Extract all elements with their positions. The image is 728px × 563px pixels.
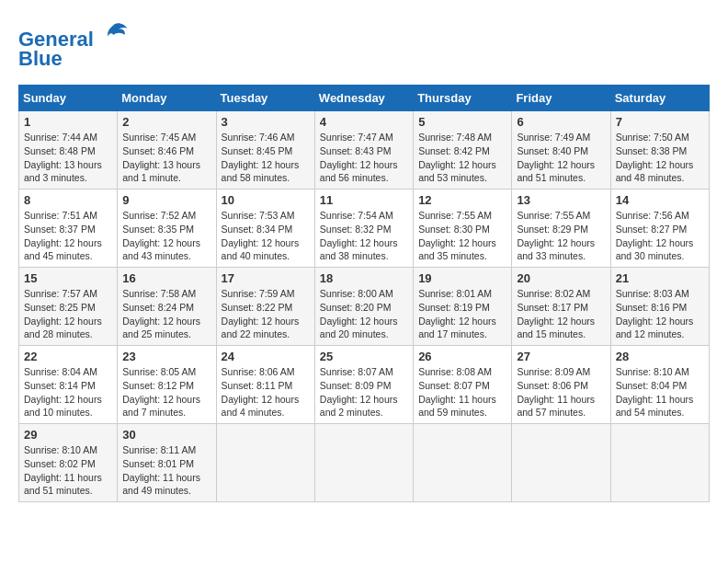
calendar-day-cell: 17Sunrise: 7:59 AMSunset: 8:22 PMDayligh… (216, 268, 314, 346)
day-info: Sunrise: 8:03 AMSunset: 8:16 PMDaylight:… (616, 287, 704, 341)
day-number: 2 (122, 115, 210, 129)
day-info: Sunrise: 7:54 AMSunset: 8:32 PMDaylight:… (320, 209, 408, 263)
day-number: 29 (24, 428, 112, 442)
calendar-day-cell: 6Sunrise: 7:49 AMSunset: 8:40 PMDaylight… (512, 111, 610, 190)
calendar-day-cell: 7Sunrise: 7:50 AMSunset: 8:38 PMDaylight… (610, 111, 709, 190)
day-number: 16 (122, 271, 210, 285)
calendar-day-cell: 5Sunrise: 7:48 AMSunset: 8:42 PMDaylight… (414, 111, 512, 190)
day-info: Sunrise: 7:45 AMSunset: 8:46 PMDaylight:… (122, 131, 210, 185)
calendar-day-cell: 1Sunrise: 7:44 AMSunset: 8:48 PMDaylight… (19, 111, 118, 190)
day-number: 9 (122, 193, 210, 207)
day-info: Sunrise: 7:58 AMSunset: 8:24 PMDaylight:… (122, 287, 210, 341)
day-info: Sunrise: 8:11 AMSunset: 8:01 PMDaylight:… (122, 443, 210, 498)
day-number: 10 (222, 193, 310, 207)
day-number: 14 (616, 193, 704, 207)
day-number: 15 (24, 271, 112, 285)
day-info: Sunrise: 8:01 AMSunset: 8:19 PMDaylight:… (418, 287, 506, 341)
calendar-week-row: 1Sunrise: 7:44 AMSunset: 8:48 PMDaylight… (19, 111, 710, 190)
calendar-day-cell (216, 424, 314, 502)
calendar-week-row: 22Sunrise: 8:04 AMSunset: 8:14 PMDayligh… (19, 346, 710, 424)
calendar-day-cell: 8Sunrise: 7:51 AMSunset: 8:37 PMDaylight… (19, 190, 118, 268)
calendar-day-header: Friday (512, 86, 610, 111)
day-info: Sunrise: 8:02 AMSunset: 8:17 PMDaylight:… (517, 287, 605, 341)
calendar-day-cell (610, 424, 709, 502)
day-info: Sunrise: 7:46 AMSunset: 8:45 PMDaylight:… (222, 131, 310, 185)
day-info: Sunrise: 8:09 AMSunset: 8:06 PMDaylight:… (517, 365, 605, 419)
day-number: 21 (616, 271, 704, 285)
calendar-week-row: 8Sunrise: 7:51 AMSunset: 8:37 PMDaylight… (19, 190, 710, 268)
day-info: Sunrise: 7:52 AMSunset: 8:35 PMDaylight:… (122, 209, 210, 263)
calendar-day-cell: 25Sunrise: 8:07 AMSunset: 8:09 PMDayligh… (314, 346, 413, 424)
day-info: Sunrise: 7:51 AMSunset: 8:37 PMDaylight:… (24, 209, 112, 263)
calendar-day-cell: 9Sunrise: 7:52 AMSunset: 8:35 PMDaylight… (118, 190, 216, 268)
calendar-day-cell: 27Sunrise: 8:09 AMSunset: 8:06 PMDayligh… (512, 346, 610, 424)
day-number: 26 (418, 350, 506, 363)
day-number: 13 (517, 193, 605, 207)
calendar-day-cell: 12Sunrise: 7:55 AMSunset: 8:30 PMDayligh… (414, 190, 512, 268)
calendar-day-cell: 14Sunrise: 7:56 AMSunset: 8:27 PMDayligh… (610, 190, 709, 268)
day-number: 5 (418, 115, 506, 129)
day-number: 23 (122, 350, 210, 363)
page-header: General Blue (18, 18, 710, 71)
calendar-day-cell (414, 424, 512, 502)
calendar-day-cell: 26Sunrise: 8:08 AMSunset: 8:07 PMDayligh… (414, 346, 512, 424)
day-number: 1 (24, 115, 112, 129)
day-info: Sunrise: 7:53 AMSunset: 8:34 PMDaylight:… (222, 209, 310, 263)
day-info: Sunrise: 7:56 AMSunset: 8:27 PMDaylight:… (616, 209, 704, 263)
calendar-day-cell: 4Sunrise: 7:47 AMSunset: 8:43 PMDaylight… (314, 111, 413, 190)
calendar-day-header: Saturday (610, 86, 709, 111)
day-number: 17 (222, 271, 310, 285)
calendar-day-cell: 15Sunrise: 7:57 AMSunset: 8:25 PMDayligh… (19, 268, 118, 346)
day-number: 27 (517, 350, 605, 363)
calendar-day-cell: 30Sunrise: 8:11 AMSunset: 8:01 PMDayligh… (118, 424, 216, 502)
day-info: Sunrise: 8:06 AMSunset: 8:11 PMDaylight:… (222, 365, 310, 419)
day-info: Sunrise: 8:10 AMSunset: 8:04 PMDaylight:… (616, 365, 704, 419)
calendar-day-cell (512, 424, 610, 502)
day-info: Sunrise: 7:49 AMSunset: 8:40 PMDaylight:… (517, 131, 605, 185)
day-number: 18 (320, 271, 408, 285)
day-info: Sunrise: 8:10 AMSunset: 8:02 PMDaylight:… (24, 443, 112, 498)
calendar-day-cell: 16Sunrise: 7:58 AMSunset: 8:24 PMDayligh… (118, 268, 216, 346)
calendar-day-header: Sunday (19, 86, 118, 111)
day-info: Sunrise: 7:48 AMSunset: 8:42 PMDaylight:… (418, 131, 506, 185)
day-number: 20 (517, 271, 605, 285)
day-info: Sunrise: 7:59 AMSunset: 8:22 PMDaylight:… (222, 287, 310, 341)
day-info: Sunrise: 8:05 AMSunset: 8:12 PMDaylight:… (122, 365, 210, 419)
day-number: 4 (320, 115, 408, 129)
logo: General Blue (18, 18, 129, 71)
day-number: 3 (222, 115, 310, 129)
day-number: 25 (320, 350, 408, 363)
day-number: 11 (320, 193, 408, 207)
calendar-week-row: 29Sunrise: 8:10 AMSunset: 8:02 PMDayligh… (19, 424, 710, 502)
calendar-day-cell: 13Sunrise: 7:55 AMSunset: 8:29 PMDayligh… (512, 190, 610, 268)
calendar-day-header: Monday (118, 86, 216, 111)
day-number: 28 (616, 350, 704, 363)
day-info: Sunrise: 7:57 AMSunset: 8:25 PMDaylight:… (24, 287, 112, 341)
calendar-day-cell (314, 424, 413, 502)
day-info: Sunrise: 8:00 AMSunset: 8:20 PMDaylight:… (320, 287, 408, 341)
calendar-table: SundayMondayTuesdayWednesdayThursdayFrid… (18, 85, 710, 502)
calendar-week-row: 15Sunrise: 7:57 AMSunset: 8:25 PMDayligh… (19, 268, 710, 346)
calendar-day-cell: 23Sunrise: 8:05 AMSunset: 8:12 PMDayligh… (118, 346, 216, 424)
day-info: Sunrise: 7:47 AMSunset: 8:43 PMDaylight:… (320, 131, 408, 185)
calendar-day-header: Wednesday (314, 86, 413, 111)
calendar-day-cell: 11Sunrise: 7:54 AMSunset: 8:32 PMDayligh… (314, 190, 413, 268)
day-info: Sunrise: 7:55 AMSunset: 8:30 PMDaylight:… (418, 209, 506, 263)
day-info: Sunrise: 8:04 AMSunset: 8:14 PMDaylight:… (24, 365, 112, 419)
day-number: 22 (24, 350, 112, 363)
logo-text: General (18, 18, 129, 51)
calendar-day-header: Tuesday (216, 86, 314, 111)
calendar-day-cell: 28Sunrise: 8:10 AMSunset: 8:04 PMDayligh… (610, 346, 709, 424)
logo-bird-icon (101, 18, 129, 46)
day-info: Sunrise: 7:44 AMSunset: 8:48 PMDaylight:… (24, 131, 112, 185)
calendar-day-cell: 21Sunrise: 8:03 AMSunset: 8:16 PMDayligh… (610, 268, 709, 346)
calendar-day-cell: 10Sunrise: 7:53 AMSunset: 8:34 PMDayligh… (216, 190, 314, 268)
calendar-day-cell: 19Sunrise: 8:01 AMSunset: 8:19 PMDayligh… (414, 268, 512, 346)
calendar-day-cell: 22Sunrise: 8:04 AMSunset: 8:14 PMDayligh… (19, 346, 118, 424)
calendar-day-cell: 2Sunrise: 7:45 AMSunset: 8:46 PMDaylight… (118, 111, 216, 190)
day-info: Sunrise: 7:50 AMSunset: 8:38 PMDaylight:… (616, 131, 704, 185)
day-number: 19 (418, 271, 506, 285)
calendar-day-cell: 24Sunrise: 8:06 AMSunset: 8:11 PMDayligh… (216, 346, 314, 424)
day-number: 30 (122, 428, 210, 442)
calendar-day-cell: 20Sunrise: 8:02 AMSunset: 8:17 PMDayligh… (512, 268, 610, 346)
